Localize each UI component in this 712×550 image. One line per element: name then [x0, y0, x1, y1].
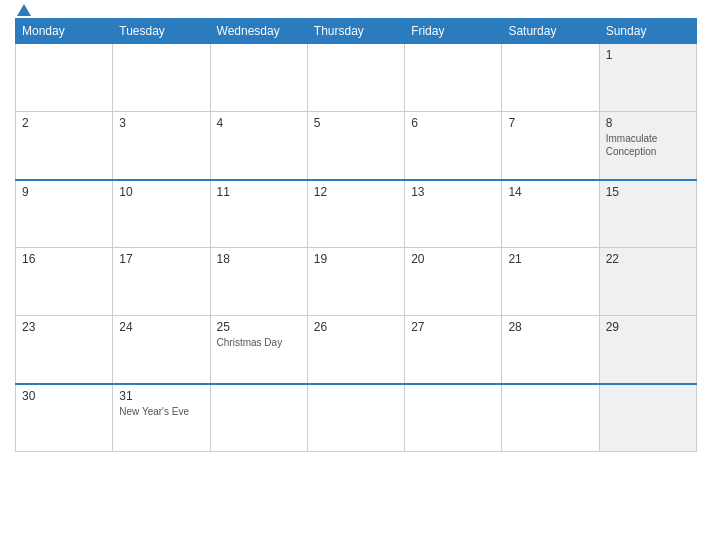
- day-number: 14: [508, 185, 592, 199]
- calendar-table: MondayTuesdayWednesdayThursdayFridaySatu…: [15, 18, 697, 452]
- week-row-4: 232425Christmas Day26272829: [16, 316, 697, 384]
- day-number: 10: [119, 185, 203, 199]
- day-number: 19: [314, 252, 398, 266]
- calendar-day: 6: [405, 112, 502, 180]
- calendar-day: 13: [405, 180, 502, 248]
- calendar-day: [307, 44, 404, 112]
- calendar-day: 3: [113, 112, 210, 180]
- calendar-day: 17: [113, 248, 210, 316]
- day-number: 31: [119, 389, 203, 403]
- calendar-day: 25Christmas Day: [210, 316, 307, 384]
- header-day-sunday: Sunday: [599, 19, 696, 44]
- day-number: 8: [606, 116, 690, 130]
- day-number: 18: [217, 252, 301, 266]
- day-number: 5: [314, 116, 398, 130]
- calendar-day: [210, 44, 307, 112]
- day-number: 2: [22, 116, 106, 130]
- day-number: 16: [22, 252, 106, 266]
- header-day-wednesday: Wednesday: [210, 19, 307, 44]
- day-number: 29: [606, 320, 690, 334]
- calendar-day: 29: [599, 316, 696, 384]
- calendar-day: [502, 384, 599, 452]
- calendar-day: [113, 44, 210, 112]
- logo-triangle-icon: [17, 4, 31, 16]
- calendar-day: 15: [599, 180, 696, 248]
- calendar-day: 28: [502, 316, 599, 384]
- header-day-thursday: Thursday: [307, 19, 404, 44]
- calendar-day: 30: [16, 384, 113, 452]
- calendar-day: 14: [502, 180, 599, 248]
- calendar-day: [307, 384, 404, 452]
- calendar-day: 2: [16, 112, 113, 180]
- logo: [15, 4, 31, 16]
- day-number: 28: [508, 320, 592, 334]
- holiday-name: New Year's Eve: [119, 405, 203, 418]
- day-number: 27: [411, 320, 495, 334]
- calendar-day: [405, 44, 502, 112]
- day-number: 6: [411, 116, 495, 130]
- calendar-day: 27: [405, 316, 502, 384]
- day-number: 1: [606, 48, 690, 62]
- calendar-day: [210, 384, 307, 452]
- calendar-day: [16, 44, 113, 112]
- calendar-day: 10: [113, 180, 210, 248]
- calendar-day: 26: [307, 316, 404, 384]
- week-row-3: 16171819202122: [16, 248, 697, 316]
- calendar-day: 23: [16, 316, 113, 384]
- week-row-0: 1: [16, 44, 697, 112]
- header-day-tuesday: Tuesday: [113, 19, 210, 44]
- day-number: 4: [217, 116, 301, 130]
- holiday-name: Immaculate Conception: [606, 132, 690, 158]
- calendar-day: 31New Year's Eve: [113, 384, 210, 452]
- calendar-day: 5: [307, 112, 404, 180]
- header-day-friday: Friday: [405, 19, 502, 44]
- calendar-day: [405, 384, 502, 452]
- calendar-day: 11: [210, 180, 307, 248]
- calendar-thead: MondayTuesdayWednesdayThursdayFridaySatu…: [16, 19, 697, 44]
- calendar-day: 21: [502, 248, 599, 316]
- calendar-tbody: 12345678Immaculate Conception91011121314…: [16, 44, 697, 452]
- day-number: 7: [508, 116, 592, 130]
- header-day-saturday: Saturday: [502, 19, 599, 44]
- day-number: 12: [314, 185, 398, 199]
- calendar-day: 12: [307, 180, 404, 248]
- calendar-day: 20: [405, 248, 502, 316]
- calendar-day: 19: [307, 248, 404, 316]
- day-number: 30: [22, 389, 106, 403]
- day-number: 20: [411, 252, 495, 266]
- calendar-day: 24: [113, 316, 210, 384]
- calendar-day: 9: [16, 180, 113, 248]
- day-number: 13: [411, 185, 495, 199]
- calendar-day: [502, 44, 599, 112]
- day-number: 21: [508, 252, 592, 266]
- week-row-5: 3031New Year's Eve: [16, 384, 697, 452]
- days-header-row: MondayTuesdayWednesdayThursdayFridaySatu…: [16, 19, 697, 44]
- day-number: 25: [217, 320, 301, 334]
- week-row-2: 9101112131415: [16, 180, 697, 248]
- header-day-monday: Monday: [16, 19, 113, 44]
- day-number: 26: [314, 320, 398, 334]
- day-number: 17: [119, 252, 203, 266]
- calendar-day: [599, 384, 696, 452]
- calendar-day: 22: [599, 248, 696, 316]
- day-number: 24: [119, 320, 203, 334]
- calendar-day: 16: [16, 248, 113, 316]
- day-number: 9: [22, 185, 106, 199]
- calendar-container: MondayTuesdayWednesdayThursdayFridaySatu…: [0, 0, 712, 462]
- day-number: 22: [606, 252, 690, 266]
- calendar-day: 8Immaculate Conception: [599, 112, 696, 180]
- day-number: 23: [22, 320, 106, 334]
- day-number: 15: [606, 185, 690, 199]
- calendar-day: 1: [599, 44, 696, 112]
- calendar-day: 7: [502, 112, 599, 180]
- day-number: 11: [217, 185, 301, 199]
- calendar-day: 18: [210, 248, 307, 316]
- calendar-day: 4: [210, 112, 307, 180]
- day-number: 3: [119, 116, 203, 130]
- holiday-name: Christmas Day: [217, 336, 301, 349]
- week-row-1: 2345678Immaculate Conception: [16, 112, 697, 180]
